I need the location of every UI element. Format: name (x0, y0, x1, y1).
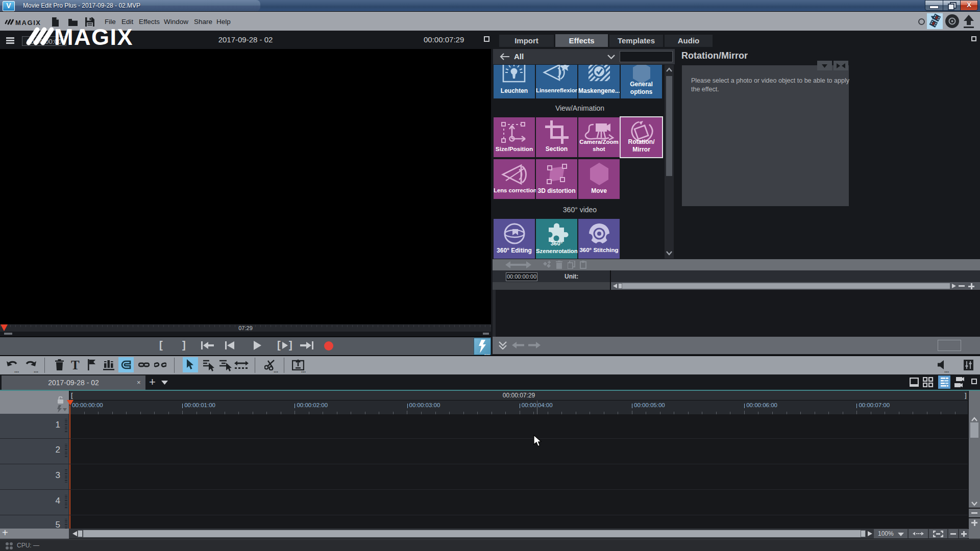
svg-text:MAGIX: MAGIX (54, 26, 133, 47)
